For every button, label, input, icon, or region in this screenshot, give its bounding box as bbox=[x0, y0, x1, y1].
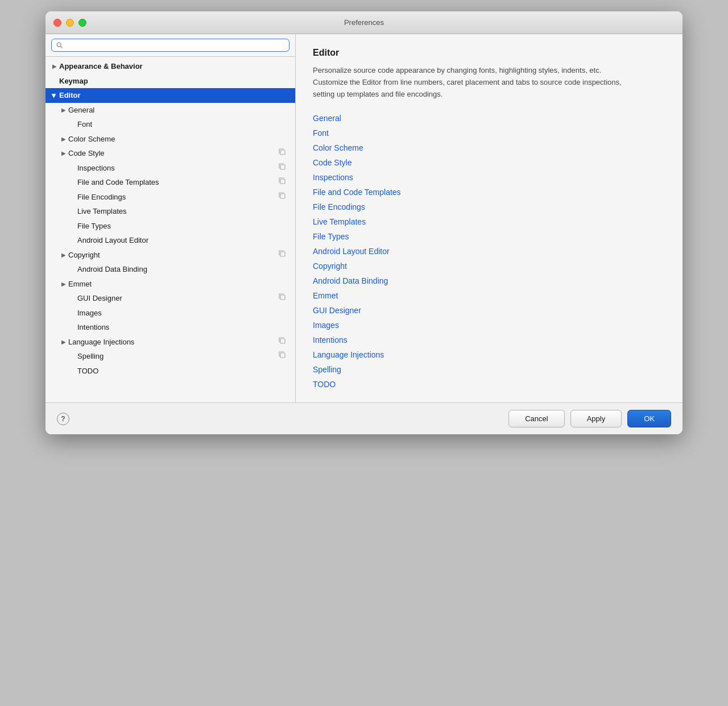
sidebar-item-label: Inspections bbox=[77, 163, 278, 174]
sidebar-item-keymap[interactable]: Keymap bbox=[46, 74, 295, 89]
main-link-gui-designer[interactable]: GUI Designer bbox=[313, 306, 665, 315]
minimize-button[interactable] bbox=[66, 19, 74, 27]
sidebar-item-font[interactable]: Font bbox=[46, 117, 295, 132]
sidebar-item-spelling[interactable]: Spelling bbox=[46, 349, 295, 364]
copy-icon bbox=[278, 351, 286, 362]
sidebar-item-label: File Types bbox=[77, 221, 291, 232]
main-link-file-and-code-templates[interactable]: File and Code Templates bbox=[313, 188, 665, 197]
content-area: ▶Appearance & BehaviorKeymap▶Editor▶Gene… bbox=[46, 34, 682, 402]
no-arrow-placeholder bbox=[68, 178, 77, 187]
sidebar-item-general[interactable]: ▶General bbox=[46, 103, 295, 118]
collapsed-arrow-icon: ▶ bbox=[59, 279, 68, 288]
main-link-inspections[interactable]: Inspections bbox=[313, 173, 665, 182]
sidebar-item-code-style[interactable]: ▶Code Style bbox=[46, 146, 295, 161]
sidebar-item-appearance[interactable]: ▶Appearance & Behavior bbox=[46, 59, 295, 74]
sidebar-item-label: Code Style bbox=[68, 148, 278, 159]
main-link-android-data-binding[interactable]: Android Data Binding bbox=[313, 276, 665, 285]
copy-icon bbox=[278, 337, 286, 347]
collapsed-arrow-icon: ▶ bbox=[59, 149, 68, 158]
sidebar-item-intentions[interactable]: Intentions bbox=[46, 320, 295, 335]
collapsed-arrow-icon: ▶ bbox=[59, 134, 68, 143]
no-arrow-placeholder bbox=[68, 294, 77, 303]
sidebar-item-label: Intentions bbox=[77, 322, 291, 333]
sidebar-item-android-data-binding[interactable]: Android Data Binding bbox=[46, 262, 295, 277]
main-link-copyright[interactable]: Copyright bbox=[313, 261, 665, 271]
sidebar-item-language-injections[interactable]: ▶Language Injections bbox=[46, 335, 295, 350]
help-button[interactable]: ? bbox=[57, 413, 69, 425]
cancel-button[interactable]: Cancel bbox=[508, 410, 564, 427]
main-link-live-templates[interactable]: Live Templates bbox=[313, 217, 665, 226]
main-link-android-layout-editor[interactable]: Android Layout Editor bbox=[313, 247, 665, 256]
sidebar-item-label: Images bbox=[77, 308, 291, 319]
sidebar-item-label: Keymap bbox=[59, 76, 291, 87]
svg-rect-4 bbox=[280, 179, 285, 184]
sidebar-item-gui-designer[interactable]: GUI Designer bbox=[46, 291, 295, 306]
collapsed-arrow-icon: ▶ bbox=[59, 105, 68, 114]
no-arrow-placeholder bbox=[68, 265, 77, 274]
sidebar-item-file-types[interactable]: File Types bbox=[46, 219, 295, 234]
no-arrow-placeholder bbox=[68, 236, 77, 245]
sidebar-item-editor[interactable]: ▶Editor bbox=[46, 88, 295, 103]
main-title: Editor bbox=[313, 48, 665, 58]
main-link-code-style[interactable]: Code Style bbox=[313, 158, 665, 167]
sidebar-item-copyright[interactable]: ▶Copyright bbox=[46, 248, 295, 263]
sidebar-item-label: File and Code Templates bbox=[77, 177, 278, 188]
sidebar-item-emmet[interactable]: ▶Emmet bbox=[46, 277, 295, 292]
sidebar: ▶Appearance & BehaviorKeymap▶Editor▶Gene… bbox=[46, 34, 296, 402]
svg-rect-3 bbox=[280, 165, 285, 169]
sidebar-item-label: Android Layout Editor bbox=[77, 235, 291, 246]
main-link-images[interactable]: Images bbox=[313, 321, 665, 330]
sidebar-item-label: Copyright bbox=[68, 250, 278, 261]
sidebar-item-label: Editor bbox=[59, 90, 291, 101]
collapsed-arrow-icon: ▶ bbox=[50, 62, 59, 71]
main-link-file-encodings[interactable]: File Encodings bbox=[313, 202, 665, 211]
main-link-file-types[interactable]: File Types bbox=[313, 232, 665, 241]
main-link-spelling[interactable]: Spelling bbox=[313, 365, 665, 374]
sidebar-item-label: Live Templates bbox=[77, 206, 291, 217]
sidebar-item-color-scheme[interactable]: ▶Color Scheme bbox=[46, 132, 295, 147]
no-arrow-placeholder bbox=[68, 207, 77, 216]
svg-rect-8 bbox=[280, 339, 285, 343]
apply-button[interactable]: Apply bbox=[570, 410, 622, 427]
main-link-intentions[interactable]: Intentions bbox=[313, 335, 665, 344]
ok-button[interactable]: OK bbox=[627, 410, 671, 427]
sidebar-item-label: Font bbox=[77, 119, 291, 130]
no-arrow-placeholder bbox=[68, 308, 77, 317]
main-link-font[interactable]: Font bbox=[313, 128, 665, 138]
main-description: Personalize source code appearance by ch… bbox=[313, 65, 631, 100]
no-arrow-placeholder bbox=[68, 192, 77, 201]
window-title: Preferences bbox=[344, 18, 384, 27]
svg-rect-5 bbox=[280, 194, 285, 198]
main-link-general[interactable]: General bbox=[313, 114, 665, 123]
sidebar-item-label: Appearance & Behavior bbox=[59, 61, 291, 72]
link-list: GeneralFontColor SchemeCode StyleInspect… bbox=[313, 114, 665, 389]
search-bar bbox=[46, 34, 295, 57]
sidebar-item-label: Language Injections bbox=[68, 337, 278, 348]
maximize-button[interactable] bbox=[78, 19, 86, 27]
sidebar-item-images[interactable]: Images bbox=[46, 306, 295, 321]
sidebar-item-label: GUI Designer bbox=[77, 293, 278, 304]
main-link-color-scheme[interactable]: Color Scheme bbox=[313, 143, 665, 152]
main-link-emmet[interactable]: Emmet bbox=[313, 291, 665, 300]
collapsed-arrow-icon: ▶ bbox=[59, 337, 68, 346]
sidebar-item-inspections[interactable]: Inspections bbox=[46, 161, 295, 176]
main-link-todo[interactable]: TODO bbox=[313, 380, 665, 389]
copy-icon bbox=[278, 163, 286, 173]
sidebar-item-label: Color Scheme bbox=[68, 134, 291, 145]
sidebar-item-file-and-code-templates[interactable]: File and Code Templates bbox=[46, 175, 295, 190]
sidebar-item-label: Emmet bbox=[68, 279, 291, 290]
sidebar-item-label: TODO bbox=[77, 366, 291, 377]
main-link-language-injections[interactable]: Language Injections bbox=[313, 350, 665, 359]
sidebar-item-label: Spelling bbox=[77, 351, 278, 362]
search-input[interactable] bbox=[67, 41, 285, 49]
copy-icon bbox=[278, 293, 286, 304]
sidebar-item-label: General bbox=[68, 105, 291, 116]
main-panel: Editor Personalize source code appearanc… bbox=[296, 34, 682, 402]
no-arrow-placeholder bbox=[50, 76, 59, 85]
sidebar-item-todo[interactable]: TODO bbox=[46, 364, 295, 379]
sidebar-item-android-layout-editor[interactable]: Android Layout Editor bbox=[46, 233, 295, 248]
sidebar-item-file-encodings[interactable]: File Encodings bbox=[46, 190, 295, 205]
no-arrow-placeholder bbox=[68, 221, 77, 230]
close-button[interactable] bbox=[53, 19, 61, 27]
sidebar-item-live-templates[interactable]: Live Templates bbox=[46, 204, 295, 219]
